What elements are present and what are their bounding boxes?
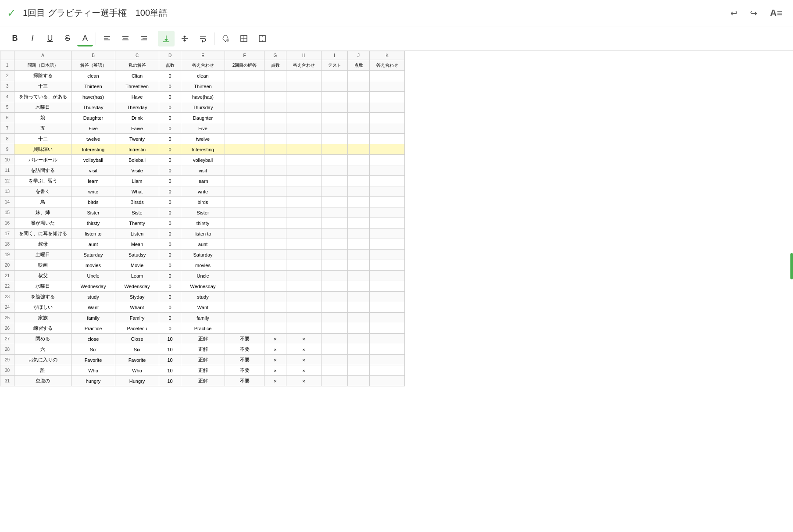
table-cell[interactable] [264,113,286,123]
table-cell[interactable] [348,155,370,165]
table-cell[interactable]: thirsty [71,218,115,229]
table-cell[interactable] [348,239,370,250]
col-header-k[interactable]: K [370,51,405,60]
table-cell[interactable] [225,102,264,113]
table-cell[interactable] [321,323,348,334]
table-cell[interactable]: Movie [115,260,159,271]
table-cell[interactable]: study [71,292,115,302]
table-cell[interactable] [225,123,264,134]
bold-button[interactable]: B [7,31,23,46]
table-cell[interactable]: がほしい [14,302,71,313]
table-cell[interactable]: have(has) [71,92,115,102]
table-cell[interactable]: Favorite [115,355,159,365]
label-d[interactable]: 点数 [159,60,181,71]
table-cell[interactable] [370,123,405,134]
table-cell[interactable]: Six [71,344,115,355]
italic-button[interactable]: I [25,31,40,46]
table-cell[interactable]: × [264,355,286,365]
col-header-f[interactable]: F [225,51,264,60]
table-cell[interactable] [348,250,370,260]
table-cell[interactable]: clean [71,71,115,81]
table-cell[interactable]: write [181,186,225,197]
table-cell[interactable] [286,92,321,102]
table-cell[interactable]: 十三 [14,81,71,92]
table-cell[interactable]: を書く [14,186,71,197]
table-cell[interactable] [370,355,405,365]
row-number[interactable]: 7 [0,123,14,134]
table-cell[interactable] [286,102,321,113]
table-cell[interactable]: 十二 [14,134,71,144]
table-cell[interactable]: family [181,313,225,323]
table-cell[interactable] [321,81,348,92]
row-number[interactable]: 10 [0,155,14,165]
row-number[interactable]: 4 [0,92,14,102]
table-cell[interactable] [370,239,405,250]
label-a[interactable]: 問題（日本語） [14,60,71,71]
table-cell[interactable]: を訪問する [14,165,71,176]
table-cell[interactable]: 10 [159,376,181,386]
table-cell[interactable] [370,176,405,186]
table-cell[interactable]: Interesting [181,144,225,155]
table-cell[interactable] [286,281,321,292]
table-cell[interactable] [286,113,321,123]
label-b[interactable]: 解答（英語） [71,60,115,71]
table-cell[interactable] [321,144,348,155]
table-cell[interactable]: 0 [159,186,181,197]
row-number[interactable]: 23 [0,292,14,302]
table-cell[interactable]: Styday [115,292,159,302]
table-cell[interactable]: 0 [159,134,181,144]
table-cell[interactable]: Six [115,344,159,355]
row-number[interactable]: 29 [0,355,14,365]
table-cell[interactable]: 妹、姉 [14,207,71,218]
col-header-a[interactable]: A [14,51,71,60]
table-cell[interactable]: Thersty [115,218,159,229]
col-header-e[interactable]: E [181,51,225,60]
table-cell[interactable]: Practice [181,323,225,334]
table-cell[interactable] [264,165,286,176]
table-cell[interactable] [321,92,348,102]
table-cell[interactable]: Mean [115,239,159,250]
table-cell[interactable]: have(has) [181,92,225,102]
table-cell[interactable]: 叔父 [14,271,71,281]
table-cell[interactable]: を聞く、に耳を傾ける [14,229,71,239]
label-k[interactable]: 答え合わせ [370,60,405,71]
table-cell[interactable] [286,229,321,239]
table-cell[interactable] [321,271,348,281]
table-cell[interactable] [321,218,348,229]
table-cell[interactable]: Who [71,365,115,376]
table-cell[interactable]: write [71,186,115,197]
table-cell[interactable]: × [264,365,286,376]
table-cell[interactable] [286,292,321,302]
table-cell[interactable]: Uncle [181,271,225,281]
table-cell[interactable]: clean [181,71,225,81]
table-cell[interactable] [348,323,370,334]
table-cell[interactable] [370,218,405,229]
table-cell[interactable]: Intrestin [115,144,159,155]
table-cell[interactable]: 水曜日 [14,281,71,292]
table-cell[interactable] [264,155,286,165]
col-header-g[interactable]: G [264,51,286,60]
table-cell[interactable] [321,250,348,260]
table-cell[interactable]: thirsty [181,218,225,229]
table-cell[interactable]: Sister [71,207,115,218]
table-cell[interactable]: Twenty [115,134,159,144]
align-center-button[interactable] [117,31,134,46]
table-cell[interactable]: listen to [71,229,115,239]
table-cell[interactable]: 0 [159,250,181,260]
table-cell[interactable]: Birsds [115,197,159,207]
row-number[interactable]: 8 [0,134,14,144]
table-cell[interactable] [370,260,405,271]
table-cell[interactable]: Uncle [71,271,115,281]
table-cell[interactable] [370,376,405,386]
table-cell[interactable] [264,271,286,281]
table-cell[interactable]: を勉強する [14,292,71,302]
table-cell[interactable] [225,313,264,323]
table-cell[interactable]: 不要 [225,376,264,386]
table-cell[interactable] [264,207,286,218]
table-cell[interactable]: 0 [159,176,181,186]
table-cell[interactable] [348,344,370,355]
table-cell[interactable]: 空腹の [14,376,71,386]
table-cell[interactable]: 家族 [14,313,71,323]
table-cell[interactable] [225,81,264,92]
table-cell[interactable]: 掃除する [14,71,71,81]
